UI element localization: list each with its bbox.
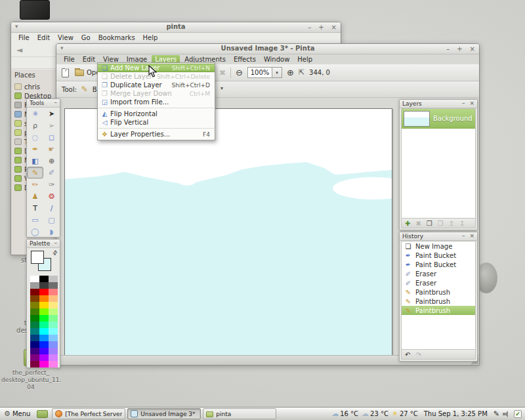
palette-color[interactable] xyxy=(30,302,39,308)
zoom-combo[interactable]: 100% ▾ xyxy=(247,67,282,78)
tool-pencil[interactable]: ✏ xyxy=(27,178,43,190)
menu-item[interactable]: ❐ Duplicate Layer Shift+Ctrl+D xyxy=(98,81,215,89)
tool-ellipse[interactable]: ◯ xyxy=(27,226,43,238)
drawing-canvas[interactable] xyxy=(64,108,392,356)
primary-color-swatch[interactable] xyxy=(31,251,44,264)
palette-color[interactable] xyxy=(39,289,49,295)
palette-color[interactable] xyxy=(39,328,49,335)
menu-item[interactable]: Go xyxy=(78,33,94,42)
palette-color[interactable] xyxy=(49,302,58,308)
palette-color[interactable] xyxy=(39,282,49,289)
minimize-button[interactable]: – xyxy=(462,232,465,240)
palette-color[interactable] xyxy=(30,282,39,289)
menu-item[interactable]: ❒ Merge Layer Down Ctrl+M xyxy=(98,89,215,98)
tool-rectangle-select[interactable]: ◻ xyxy=(43,131,60,143)
tool-recolor[interactable]: ❂ xyxy=(43,190,60,202)
layers-button-move-layer-down[interactable]: ↧ xyxy=(459,219,465,228)
palette-color[interactable] xyxy=(30,322,39,328)
menu-file[interactable]: File xyxy=(60,55,78,64)
desktop-monitor-icon[interactable] xyxy=(20,0,50,20)
layers-button-move-layer-up[interactable]: ↥ xyxy=(449,219,454,228)
maximize-button[interactable]: + xyxy=(457,44,462,54)
palette-color[interactable] xyxy=(30,354,39,361)
tool-rectangle[interactable]: ▭ xyxy=(27,214,43,226)
menu-window[interactable]: Window xyxy=(261,55,293,64)
tool-ellipse-select[interactable]: ◌ xyxy=(27,131,43,143)
palette-color[interactable] xyxy=(39,354,49,361)
tools-panel-header[interactable]: Tools – xyxy=(27,99,60,108)
minimize-button[interactable]: – xyxy=(462,100,465,107)
palette-color[interactable] xyxy=(49,348,58,354)
tool-line-curve[interactable]: ∕ xyxy=(43,202,60,214)
palette-color[interactable] xyxy=(30,295,39,302)
mint-menu-button[interactable]: ⚙ Menu xyxy=(1,408,34,420)
layers-button-delete-layer[interactable]: ✖ xyxy=(415,219,421,228)
taskbar-task[interactable]: [The Perfect Server - ... xyxy=(52,408,125,419)
layers-button-add-layer[interactable]: ✚ xyxy=(405,219,410,228)
close-button[interactable]: × xyxy=(470,44,475,54)
menu-item[interactable]: File xyxy=(15,33,33,42)
palette-color[interactable] xyxy=(39,295,49,302)
minimize-button[interactable]: – xyxy=(54,240,58,247)
sidebar-place-chris[interactable]: chris xyxy=(14,82,56,91)
tool-paintbrush[interactable]: ✎ xyxy=(27,167,43,178)
taskbar-task[interactable]: pinta xyxy=(203,408,276,419)
palette-color[interactable] xyxy=(49,289,58,295)
palette-color[interactable] xyxy=(39,361,49,368)
menu-item[interactable]: View xyxy=(54,33,77,42)
palette-color[interactable] xyxy=(30,335,39,341)
maximize-button[interactable]: + xyxy=(318,22,324,32)
palette-color[interactable] xyxy=(39,302,49,308)
palette-color[interactable] xyxy=(39,308,49,315)
layers-button-merge-layer-down[interactable]: ❒ xyxy=(438,219,444,228)
palette-color[interactable] xyxy=(30,348,39,354)
menu-item[interactable]: Bookmarks xyxy=(95,33,138,42)
taskbar-task[interactable]: Unsaved Image 3* - Pi... xyxy=(127,408,201,419)
history-panel-header[interactable]: History – × xyxy=(400,232,477,241)
menu-edit[interactable]: Edit xyxy=(79,55,98,64)
undo-icon[interactable]: ↶ xyxy=(405,350,410,359)
file-manager-titlebar[interactable]: ▾ pinta – + × xyxy=(11,22,341,33)
menu-help[interactable]: Help xyxy=(294,55,316,64)
palette-color[interactable] xyxy=(49,328,58,335)
palette-color[interactable] xyxy=(49,308,58,315)
tool-eraser[interactable]: ✐ xyxy=(43,167,60,178)
palette-color[interactable] xyxy=(30,289,39,295)
new-image-icon[interactable] xyxy=(62,68,69,77)
palette-color[interactable] xyxy=(39,348,49,354)
tool-rounded-rectangle[interactable]: ▢ xyxy=(43,214,60,226)
show-desktop-button[interactable] xyxy=(37,410,48,418)
history-item[interactable]: ✐ Eraser xyxy=(402,278,475,287)
zoom-in-icon[interactable]: ⊕ xyxy=(287,68,294,77)
history-item[interactable]: ✐ Eraser xyxy=(402,269,475,278)
tool-freeform-shape[interactable]: ◗ xyxy=(43,226,60,238)
palette-color[interactable] xyxy=(30,361,39,368)
weather-applet[interactable]: ☁ 23 °C xyxy=(362,410,388,418)
palette-color[interactable] xyxy=(39,276,49,282)
menu-item[interactable]: ❖ Layer Properties... F4 xyxy=(98,130,215,138)
history-item[interactable]: ✎ Paintbrush xyxy=(402,297,475,306)
palette-color[interactable] xyxy=(49,276,58,282)
chevron-down-icon[interactable]: ▾ xyxy=(220,85,223,91)
clock[interactable]: Thu Sep 1, 3:25 PM xyxy=(424,410,488,417)
weather-applet[interactable]: ☁ 16 °C xyxy=(331,410,358,418)
tool-text[interactable]: T xyxy=(27,202,43,214)
tool-move-selected[interactable]: ➢ xyxy=(43,119,60,131)
palette-color[interactable] xyxy=(49,361,58,368)
tablet-pen-icon[interactable]: ✎ xyxy=(494,410,499,418)
menu-item[interactable]: ◁ Flip Vertical xyxy=(98,118,215,127)
update-manager-icon[interactable]: ✔ xyxy=(514,410,522,418)
minimize-button[interactable]: – xyxy=(446,44,450,54)
minimize-button[interactable]: – xyxy=(308,22,311,32)
menu-item[interactable]: ◲ Import from File... xyxy=(98,98,215,106)
tool-move-selection[interactable]: ➤ xyxy=(43,108,60,119)
menu-item[interactable]: ◭ Flip Horizontal xyxy=(98,110,215,118)
palette-color[interactable] xyxy=(39,335,49,341)
palette-color[interactable] xyxy=(49,354,58,361)
palette-color[interactable] xyxy=(49,315,58,322)
swap-colors-icon[interactable]: ⇄ xyxy=(51,249,59,257)
palette-color[interactable] xyxy=(49,295,58,302)
layers-button-duplicate-layer[interactable]: ❐ xyxy=(427,219,432,228)
palette-color[interactable] xyxy=(39,341,49,348)
palette-color[interactable] xyxy=(39,322,49,328)
